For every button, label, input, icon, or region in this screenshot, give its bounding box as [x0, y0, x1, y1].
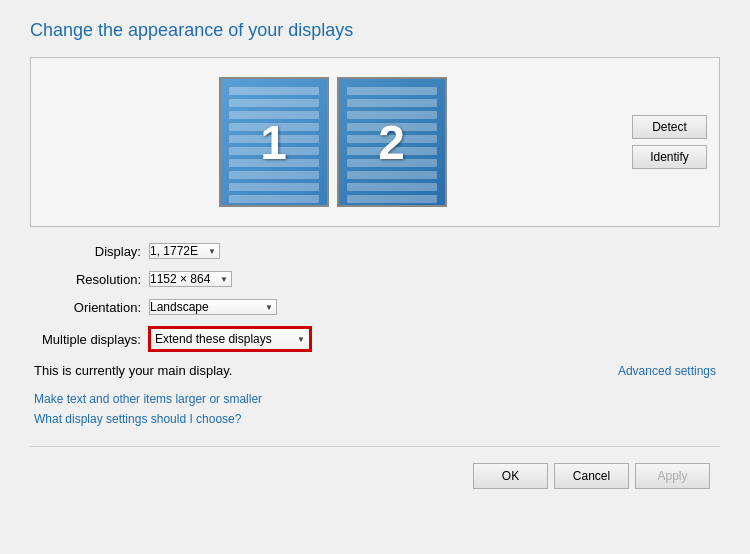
resolution-select-wrapper: 1152 × 864 1024 × 768 800 × 600 — [149, 271, 232, 287]
page-title: Change the appearance of your displays — [30, 20, 720, 41]
text-size-link[interactable]: Make text and other items larger or smal… — [34, 392, 716, 406]
line — [347, 171, 437, 179]
line — [229, 183, 319, 191]
main-display-text: This is currently your main display. — [34, 363, 232, 378]
resolution-row: Resolution: 1152 × 864 1024 × 768 800 × … — [34, 271, 716, 287]
display-select[interactable]: 1, 1772E — [149, 243, 220, 259]
line — [347, 87, 437, 95]
line — [347, 183, 437, 191]
links-section: Make text and other items larger or smal… — [34, 392, 716, 426]
line — [229, 195, 319, 203]
monitor-2[interactable]: 2 — [337, 77, 447, 207]
page-container: Change the appearance of your displays 1 — [0, 0, 750, 509]
multiple-displays-select-wrapper: Extend these displays Duplicate these di… — [149, 327, 311, 351]
identify-button[interactable]: Identify — [632, 145, 707, 169]
display-preview-box: 1 2 Detect Identify — [30, 57, 720, 227]
line — [229, 171, 319, 179]
line — [229, 99, 319, 107]
display-select-wrapper: 1, 1772E — [149, 243, 220, 259]
resolution-select[interactable]: 1152 × 864 1024 × 768 800 × 600 — [149, 271, 232, 287]
line — [347, 99, 437, 107]
display-settings-link[interactable]: What display settings should I choose? — [34, 412, 716, 426]
display-label: Display: — [34, 244, 149, 259]
monitor-2-number: 2 — [378, 115, 405, 170]
orientation-row: Orientation: Landscape Portrait Landscap… — [34, 299, 716, 315]
detect-button[interactable]: Detect — [632, 115, 707, 139]
main-display-row: This is currently your main display. Adv… — [34, 363, 716, 382]
detect-identify-buttons: Detect Identify — [632, 115, 707, 169]
divider — [30, 446, 720, 447]
cancel-button[interactable]: Cancel — [554, 463, 629, 489]
orientation-select-wrapper: Landscape Portrait Landscape (flipped) P… — [149, 299, 277, 315]
apply-button[interactable]: Apply — [635, 463, 710, 489]
line — [229, 87, 319, 95]
multiple-displays-select[interactable]: Extend these displays Duplicate these di… — [149, 327, 311, 351]
monitors-area: 1 2 — [43, 77, 622, 207]
line — [347, 195, 437, 203]
orientation-label: Orientation: — [34, 300, 149, 315]
bottom-buttons: OK Cancel Apply — [30, 463, 720, 489]
monitor-1[interactable]: 1 — [219, 77, 329, 207]
advanced-settings-link[interactable]: Advanced settings — [618, 364, 716, 378]
ok-button[interactable]: OK — [473, 463, 548, 489]
orientation-select[interactable]: Landscape Portrait Landscape (flipped) P… — [149, 299, 277, 315]
multiple-displays-row: Multiple displays: Extend these displays… — [34, 327, 716, 351]
display-row: Display: 1, 1772E — [34, 243, 716, 259]
resolution-label: Resolution: — [34, 272, 149, 287]
multiple-displays-label: Multiple displays: — [34, 332, 149, 347]
monitor-1-number: 1 — [260, 115, 287, 170]
form-section: Display: 1, 1772E Resolution: 1152 × 864… — [30, 243, 720, 426]
